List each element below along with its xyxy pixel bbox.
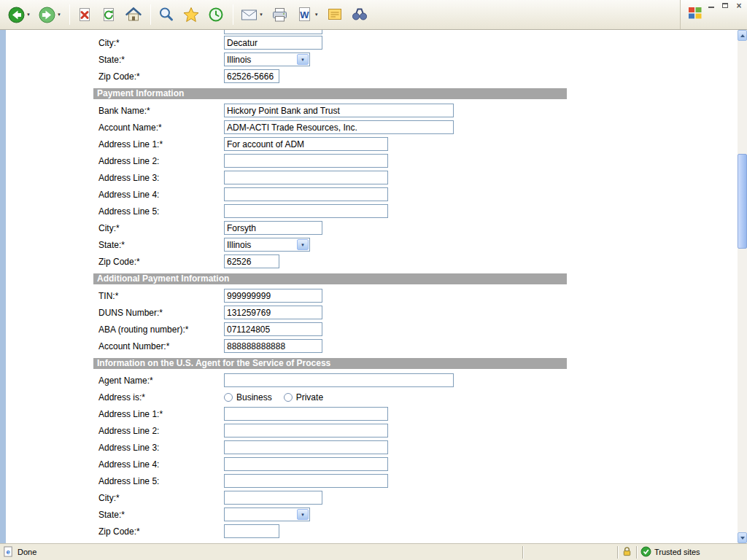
agent-city-field: [224, 491, 322, 505]
dropdown-arrow-icon[interactable]: ▼: [297, 54, 309, 65]
aba-routing-number-label: ABA (routing number):*: [98, 324, 224, 335]
chevron-down-icon[interactable]: ▼: [314, 12, 319, 17]
page-content: City:*State:*Illinois▼Zip Code:*Payment …: [6, 30, 738, 543]
address-is-radio-business[interactable]: Business: [224, 392, 272, 402]
tin-input[interactable]: [224, 289, 322, 303]
payment-city-input[interactable]: [224, 221, 322, 235]
address-is-radio-private[interactable]: Private: [284, 392, 323, 402]
agent-city-input[interactable]: [224, 491, 322, 505]
history-icon: [207, 6, 225, 23]
print-button[interactable]: [268, 4, 292, 26]
agent-address-line-3-input[interactable]: [224, 440, 388, 454]
account-name-input[interactable]: [224, 120, 454, 134]
home-button[interactable]: [122, 4, 145, 26]
forward-icon: [38, 6, 56, 24]
status-bar: e Done Trusted sites: [0, 543, 747, 560]
history-button[interactable]: [204, 4, 228, 26]
mail-button[interactable]: ▼: [237, 4, 266, 26]
favorites-button[interactable]: [179, 4, 203, 26]
radio-icon[interactable]: [224, 393, 233, 402]
stop-button[interactable]: [74, 4, 96, 26]
mailing-zip-field: [224, 69, 279, 83]
restore-button[interactable]: [720, 1, 730, 10]
mailing-city-label: City:*: [98, 38, 224, 48]
chevron-down-icon[interactable]: ▼: [57, 12, 61, 17]
radio-icon[interactable]: [284, 393, 293, 402]
close-button[interactable]: ×: [734, 1, 744, 10]
agent-zip-label: Zip Code:*: [98, 526, 224, 537]
refresh-button[interactable]: [98, 4, 120, 26]
search-button[interactable]: [155, 4, 178, 26]
agent-name-label: Agent Name:*: [98, 376, 224, 386]
agent-address-line-1-field: [224, 407, 388, 421]
svg-text:e: e: [6, 548, 9, 556]
agent-address-line-5-input[interactable]: [224, 474, 388, 488]
payment-state-field: Illinois▼: [224, 238, 310, 252]
payment-zip-input[interactable]: [224, 254, 279, 268]
agent-name-input[interactable]: [224, 373, 454, 387]
agent-address-line-3-field: [224, 440, 388, 454]
minimize-button[interactable]: [706, 1, 716, 10]
mail-icon: [240, 6, 258, 24]
mailing-zip-input[interactable]: [224, 69, 279, 83]
svg-text:W: W: [300, 9, 309, 20]
chevron-down-icon[interactable]: ▼: [259, 12, 263, 17]
scroll-down-button[interactable]: [738, 532, 747, 543]
notes-button[interactable]: [323, 4, 347, 26]
payment-address-line-3-input[interactable]: [224, 171, 388, 184]
research-button[interactable]: [348, 4, 371, 26]
agent-address-line-4-label: Address Line 4:: [98, 459, 224, 470]
mailing-city-input[interactable]: [224, 36, 322, 50]
back-button[interactable]: ▼: [4, 4, 34, 26]
payment-address-line-2-input[interactable]: [224, 154, 388, 168]
bank-name-input[interactable]: [224, 104, 454, 117]
arrow-up-icon: [740, 34, 745, 37]
dropdown-arrow-icon[interactable]: ▼: [297, 239, 309, 250]
payment-state-select[interactable]: Illinois▼: [224, 238, 310, 252]
aba-routing-number-row: ABA (routing number):*: [6, 321, 738, 338]
bank-name-row: Bank Name:*: [6, 102, 738, 119]
security-zone-panel[interactable]: Trusted sites: [636, 546, 747, 559]
trusted-sites-icon: [640, 546, 651, 559]
section-header: Additional Payment Information: [93, 273, 567, 284]
agent-address-line-2-input[interactable]: [224, 424, 388, 438]
payment-address-line-5-input[interactable]: [224, 204, 388, 218]
duns-number-label: DUNS Number:*: [98, 308, 224, 318]
edit-button[interactable]: W▼: [293, 4, 322, 26]
payment-address-line-4-input[interactable]: [224, 187, 388, 201]
payment-address-line-1-input[interactable]: [224, 137, 388, 151]
payment-address-line-3-field: [224, 171, 388, 184]
forward-button[interactable]: ▼: [35, 4, 64, 26]
aba-routing-number-input[interactable]: [224, 322, 322, 336]
minimize-icon: [708, 7, 714, 8]
duns-number-input[interactable]: [224, 306, 322, 319]
mailing-state-select[interactable]: Illinois▼: [224, 52, 310, 66]
duns-number-field: [224, 306, 322, 319]
back-icon: [7, 6, 26, 24]
agent-address-line-1-input[interactable]: [224, 407, 388, 421]
agent-state-select[interactable]: ▼: [224, 508, 310, 521]
agent-zip-input[interactable]: [224, 524, 279, 538]
agent-address-line-5-row: Address Line 5:: [6, 472, 738, 489]
agent-address-line-2-row: Address Line 2:: [6, 422, 738, 439]
agent-name-row: Agent Name:*: [6, 372, 738, 389]
account-number-field: [224, 339, 322, 353]
agent-address-line-4-input[interactable]: [224, 457, 388, 471]
scroll-up-button[interactable]: [738, 30, 747, 41]
mailing-state-row: State:*Illinois▼: [6, 51, 738, 68]
account-number-input[interactable]: [224, 339, 322, 353]
radio-label: Private: [296, 392, 323, 402]
agent-address-line-3-row: Address Line 3:: [6, 439, 738, 456]
dropdown-arrow-icon[interactable]: ▼: [297, 509, 309, 520]
mailing-city-row: City:*: [6, 34, 738, 51]
agent-zip-row: Zip Code:*: [6, 523, 738, 540]
toolbar-separator: [69, 4, 70, 25]
chevron-down-icon[interactable]: ▼: [26, 12, 31, 17]
vertical-scrollbar[interactable]: [738, 30, 747, 543]
payment-address-line-2-label: Address Line 2:: [98, 156, 224, 166]
scrollbar-thumb[interactable]: [738, 154, 747, 249]
payment-address-line-2-row: Address Line 2:: [6, 152, 738, 169]
mailing-zip-label: Zip Code:*: [98, 71, 224, 82]
duns-number-row: DUNS Number:*: [6, 304, 738, 321]
payment-address-line-2-field: [224, 154, 388, 168]
